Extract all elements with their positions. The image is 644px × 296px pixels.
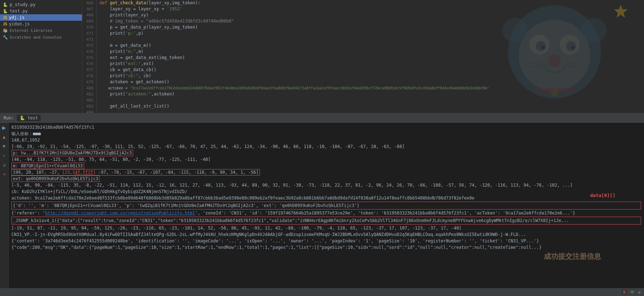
run-body: ▶ ▲ ▼ ≡ 🖨 ✕ 6319503323b241bba0b6f4d576f2…	[0, 123, 644, 288]
code-line: print('p:',p)	[100, 30, 644, 36]
sidebar: 🐍 p_study.py 🐍 test.py JS ydj.js JS yidu…	[0, 0, 82, 113]
run-down-button[interactable]: ▼	[1, 143, 8, 150]
run-tab-icon: 🐍	[20, 115, 25, 120]
ide-container: 🐍 p_study.py 🐍 test.py JS ydj.js JS yidu…	[0, 0, 644, 296]
run-wrap-button[interactable]: ≡	[1, 152, 8, 159]
sidebar-item-label: yidun.js	[9, 21, 30, 26]
code-line: get_all_last_str_list()	[100, 103, 644, 109]
run-up-button[interactable]: ▲	[1, 133, 8, 140]
output-line-16: [-19, 51, 87, -11, 19, 95, 94, -59, 125,…	[11, 225, 641, 231]
output-line-10: [-5, 46, 90, -84, -115, 35, -8, -22, -51…	[11, 182, 641, 188]
success-watermark: 成功提交注册信息	[544, 253, 601, 260]
code-line: actoken = get_actoken()	[100, 79, 644, 85]
extra-icon: ◎	[638, 290, 640, 295]
python-icon: 🐍	[3, 3, 8, 7]
code-line: m = get_data_m()	[100, 43, 644, 49]
code-line: print(layer_xy)	[100, 12, 644, 18]
editor-area: 466467468469470 471472473474475 47647747…	[82, 0, 644, 113]
code-line: print("ext:",ext)	[100, 61, 644, 67]
js-icon: JS	[3, 22, 7, 26]
code-line: p = get_data_p(layer_xy,img_token)	[100, 24, 644, 30]
run-tab-label: test	[28, 115, 38, 120]
output-line-13: {'d': '', 'm': '8B7QRjEpnI1+rCVuaml0Qi33…	[11, 202, 641, 209]
output-line-14: {'referer': 'http://dqzpd1.ccopyright.co…	[11, 210, 641, 216]
code-line: cb = get_data_cb()	[100, 67, 644, 73]
sidebar-item-ydjjs[interactable]: JS ydj.js	[0, 14, 82, 21]
scratches-icon: 🔧	[3, 35, 8, 40]
editor-content: 466467468469470 471472473474475 47647747…	[82, 0, 644, 113]
output-line-17: CN31_VP.-I-jn-EVgRR5bd9UeYX0Mdual.8y4iFw…	[11, 231, 641, 238]
output-line-2: 输入坐标：■■■	[11, 130, 641, 137]
output-line-9: ext: qe0hD0959uKoF2bvhzQkLESTijc3	[11, 176, 641, 182]
run-print-button[interactable]: 🖨	[1, 161, 8, 168]
output-line-4: [-66, 29, -92, 21, -54, -125, -97, -30, …	[11, 143, 641, 150]
js-icon: JS	[3, 16, 7, 20]
run-panel-header: Run: 🐍 test	[0, 114, 644, 123]
code-line: print("actoken:",actoken)	[100, 91, 644, 97]
sogu-icon: S	[621, 289, 627, 295]
run-close-button[interactable]: ✕	[1, 171, 8, 178]
sidebar-item-label: test.py	[10, 9, 28, 14]
run-label: Run:	[4, 115, 14, 120]
code-line: print("cb:", cb)	[100, 73, 644, 79]
code-line: layer_xy = layer_xy + '1952'	[100, 6, 644, 12]
output-line-3: 148,67,1952	[11, 137, 641, 143]
output-line-11: cb: KoD2hzIYKln+jfiCL//DUL/eSoeu6T/GQhHk…	[11, 188, 641, 195]
code-line: print("m:",m)	[100, 49, 644, 55]
run-output[interactable]: 6319503323b241bba0b6f4d576f23fc1 输入坐标：■■…	[9, 123, 644, 288]
sidebar-item-scratches[interactable]: 🔧 Scratches and Consoles	[0, 34, 82, 41]
sidebar-item-label: p_study.py	[10, 2, 35, 7]
output-line-15: _JSONP_k3x1av4_1({"data":{"result":true,…	[11, 217, 641, 225]
run-play-button[interactable]: ▶	[1, 124, 8, 131]
line-numbers: 466467468469470 471472473474475 47647747…	[82, 0, 97, 113]
sidebar-item-external-libs[interactable]: 📚 External Libraries	[0, 27, 82, 34]
sidebar-item-testpy[interactable]: 🐍 test.py	[0, 8, 82, 14]
output-line-6: [46, -94, 118, -125, -51, 80, 75, 64, -5…	[11, 156, 641, 163]
run-left-gutter: ▶ ▲ ▼ ≡ 🖨 ✕	[0, 123, 9, 288]
sidebar-item-yidunjs[interactable]: JS yidun.js	[0, 21, 82, 27]
code-line: # img_token = "a0bbc57d458e41398fd3c4974…	[100, 18, 644, 24]
code-area[interactable]: def get_check_data(layer_xy,img_token): …	[97, 0, 644, 113]
encoding-label: 中	[630, 290, 634, 295]
sidebar-item-pstudy[interactable]: 🐍 p_study.py	[0, 1, 82, 8]
sidebar-item-label: External Libraries	[10, 28, 52, 33]
output-line-7: m: 8B7QRjEpnI1+rCVuaml0Qi33	[11, 163, 641, 169]
run-panel: Run: 🐍 test ▶ ▲ ▼ ≡ 🖨 ✕ 6319503323b241bb…	[0, 113, 644, 288]
status-bar: S 中 ◎	[0, 288, 644, 296]
python-icon: 🐍	[3, 9, 8, 14]
code-line: actoken = '9ca17ae2e6ffcda170e2e6eebbb24…	[100, 85, 644, 91]
output-line-18: {'content': '3a746d3ee54c2476f452555d009…	[11, 238, 641, 244]
code-line: ext = get_data_ext(img_token)	[100, 55, 644, 61]
run-tab-test[interactable]: 🐍 test	[17, 115, 41, 121]
library-icon: 📚	[3, 28, 8, 33]
sidebar-item-label: Scratches and Consoles	[10, 35, 62, 40]
code-line	[100, 97, 644, 103]
output-line-12: actoken: 9ca17ae2e6ffcda170e2e6eed8f533f…	[11, 195, 641, 201]
project-files-section: 🐍 p_study.py 🐍 test.py JS ydj.js JS yidu…	[0, 0, 82, 42]
output-line-19: {"code":200,"msg":"OK","data":{"pageNum"…	[11, 244, 641, 251]
code-line	[100, 36, 644, 43]
run-output-wrap: 6319503323b241bba0b6f4d576f23fc1 输入坐标：■■…	[9, 123, 644, 288]
output-line-5: p: tw...B1fK7t1Mn1tGDU8eZaAfMHJTDx9t2qBG…	[11, 150, 641, 156]
main-area: 🐍 p_study.py 🐍 test.py JS ydj.js JS yidu…	[0, 0, 644, 113]
code-line: def get_check_data(layer_xy,img_token):	[100, 0, 644, 6]
sidebar-item-label: ydj.js	[9, 15, 24, 20]
output-line-8: 199, 20, 107, -27, [23,14f,ff7f] -97, -7…	[11, 169, 641, 176]
output-line-1: 6319503323b241bba0b6f4d576f23fc1	[11, 124, 641, 130]
